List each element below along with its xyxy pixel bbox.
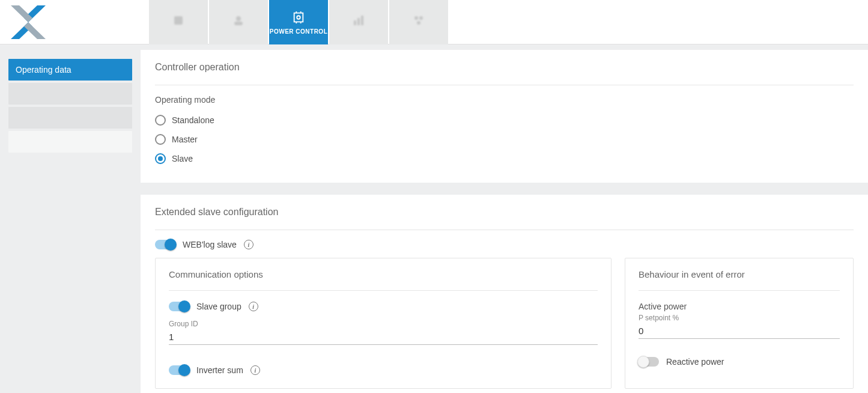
switch-reactive-power-row: Reactive power (639, 357, 840, 367)
switch-weblog-slave-row: WEB'log slave i (155, 240, 854, 249)
card-behaviour-error: Behaviour in event of error Active power… (625, 258, 854, 389)
content-area: Controller operation Operating mode Stan… (141, 44, 868, 393)
info-icon[interactable]: i (249, 302, 258, 311)
switch-label: Inverter sum (196, 365, 243, 375)
sidebar-item-operating-data[interactable]: Operating data (8, 59, 132, 81)
svg-rect-10 (361, 16, 363, 25)
sidebar-item-2[interactable] (8, 107, 132, 129)
tab-1[interactable] (209, 0, 268, 44)
tab-power-control-label: POWER CONTROL (270, 28, 328, 35)
tab-1-icon (231, 13, 246, 28)
tab-3[interactable] (329, 0, 388, 44)
radio-label: Slave (172, 154, 193, 163)
radio-slave[interactable]: Slave (155, 149, 854, 168)
top-tabs: POWER CONTROL (149, 0, 448, 44)
operating-mode-label: Operating mode (155, 95, 854, 105)
panel-title: Controller operation (155, 62, 854, 85)
power-control-icon (291, 10, 306, 25)
svg-point-11 (414, 16, 418, 20)
p-setpoint-label: P setpoint % (639, 314, 840, 322)
radio-icon (155, 134, 166, 145)
sidebar: Operating data (0, 44, 141, 153)
switch-weblog-slave[interactable] (155, 240, 175, 249)
topbar: POWER CONTROL (0, 0, 868, 44)
svg-point-13 (417, 21, 420, 25)
card-title: Behaviour in event of error (639, 269, 840, 291)
sidebar-item-label: Operating data (16, 65, 71, 75)
radio-standalone[interactable]: Standalone (155, 111, 854, 130)
logo-icon (7, 4, 49, 40)
panel-title: Extended slave configuration (155, 207, 854, 230)
info-icon[interactable]: i (250, 365, 260, 375)
panel-controller-operation: Controller operation Operating mode Stan… (141, 50, 868, 183)
tab-4[interactable] (389, 0, 448, 44)
radio-master[interactable]: Master (155, 130, 854, 149)
switch-label: Slave group (196, 302, 241, 311)
card-communication-options: Communication options Slave group i Grou… (155, 258, 612, 389)
logo-wrap (0, 0, 149, 44)
svg-point-12 (419, 16, 423, 20)
switch-reactive-power[interactable] (639, 357, 659, 367)
svg-rect-6 (234, 22, 243, 25)
p-setpoint-input[interactable] (639, 322, 840, 339)
radio-icon (155, 115, 166, 126)
tab-power-control[interactable]: POWER CONTROL (269, 0, 328, 44)
svg-rect-4 (174, 16, 183, 25)
radio-label: Standalone (172, 115, 214, 125)
tab-0-icon (171, 13, 186, 28)
svg-rect-9 (357, 18, 360, 25)
switch-slave-group[interactable] (169, 302, 189, 311)
panel-extended-slave-config: Extended slave configuration WEB'log sla… (141, 195, 868, 393)
sidebar-item-3[interactable] (8, 131, 132, 153)
svg-point-7 (297, 16, 300, 19)
switch-inverter-sum[interactable] (169, 365, 189, 375)
svg-point-5 (236, 16, 241, 21)
radio-label: Master (172, 135, 198, 144)
switch-label: Reactive power (666, 357, 724, 367)
sidebar-item-1[interactable] (8, 83, 132, 105)
radio-icon (155, 153, 166, 164)
group-id-label: Group ID (169, 320, 598, 328)
info-icon[interactable]: i (244, 240, 253, 249)
svg-rect-8 (354, 20, 356, 25)
group-id-input[interactable] (169, 328, 598, 345)
switch-inverter-sum-row: Inverter sum i (169, 365, 598, 375)
tab-0[interactable] (149, 0, 208, 44)
switch-slave-group-row: Slave group i (169, 302, 598, 311)
tab-4-icon (411, 13, 426, 28)
active-power-heading: Active power (639, 302, 840, 311)
tab-3-icon (351, 13, 366, 28)
card-title: Communication options (169, 269, 598, 291)
switch-label: WEB'log slave (183, 240, 237, 249)
